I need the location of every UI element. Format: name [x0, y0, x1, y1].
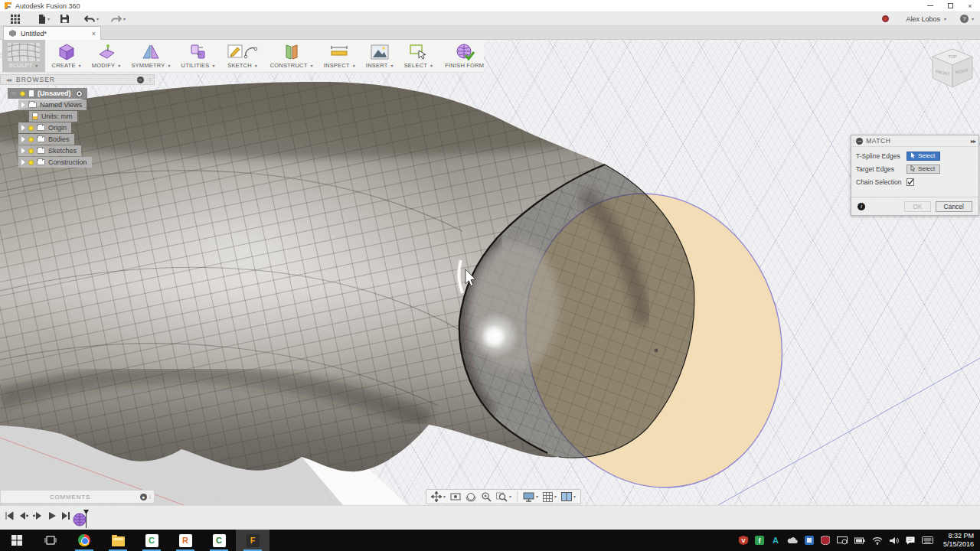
- match-dialog-header[interactable]: ⁞ – MATCH ▸▸: [851, 135, 978, 147]
- tray-autodesk-icon[interactable]: A: [771, 536, 780, 545]
- ok-button[interactable]: OK: [904, 201, 930, 212]
- display-settings-button[interactable]: ▾: [521, 490, 540, 504]
- tray-green-app-icon[interactable]: f: [755, 536, 764, 545]
- browser-item-origin[interactable]: Origin: [18, 122, 71, 133]
- tray-wifi-icon[interactable]: [872, 536, 883, 545]
- ribbon-modify-button[interactable]: MODIFY▾: [87, 40, 126, 72]
- visibility-bulb-icon[interactable]: [28, 137, 34, 142]
- expand-dialog-icon[interactable]: ▸▸: [971, 138, 975, 145]
- tray-blue-app-icon[interactable]: [805, 536, 814, 545]
- visibility-bulb-icon[interactable]: [28, 160, 34, 165]
- comments-bar[interactable]: COMMENTS ● ⁞: [0, 490, 155, 504]
- step-back-button[interactable]: [18, 511, 28, 520]
- expand-arrow-icon[interactable]: [11, 92, 17, 96]
- taskbar-recap-button[interactable]: R: [168, 530, 202, 551]
- 3d-viewport[interactable]: ⁞ SCULPT▾ CREATE▾ MODIFY▾ SYMMETRY▾ UTIL: [0, 40, 980, 505]
- app-launcher-button[interactable]: [11, 15, 20, 24]
- document-tab[interactable]: Untitled* ×: [3, 26, 101, 40]
- undo-arrow-icon: [84, 15, 95, 23]
- visibility-bulb-icon[interactable]: [20, 91, 25, 96]
- ribbon-symmetry-button[interactable]: SYMMETRY▾: [126, 40, 175, 72]
- collapse-panel-icon[interactable]: ◂◂: [6, 77, 11, 83]
- caret-down-icon: ▾: [118, 64, 120, 68]
- go-to-start-button[interactable]: [5, 511, 14, 520]
- tspline-edges-select-button[interactable]: Select: [906, 152, 940, 161]
- save-button[interactable]: [60, 15, 69, 23]
- zoom-window-button[interactable]: ▾: [495, 490, 513, 504]
- help-button[interactable]: ?: [960, 15, 969, 23]
- collapsed-arrow-icon[interactable]: [21, 136, 25, 142]
- browser-item-bodies[interactable]: Bodies: [18, 134, 74, 145]
- chain-selection-checkbox[interactable]: [906, 178, 914, 186]
- active-document-radio-icon[interactable]: [76, 90, 83, 97]
- step-forward-button[interactable]: [33, 511, 43, 520]
- tray-notification-icon[interactable]: [906, 536, 915, 545]
- browser-item-sketches[interactable]: Sketches: [18, 145, 81, 156]
- go-to-end-button[interactable]: [61, 511, 70, 520]
- timeline-form-feature[interactable]: [72, 509, 92, 532]
- tab-close-icon[interactable]: ×: [92, 30, 96, 37]
- tray-volume-icon[interactable]: [890, 536, 899, 545]
- orbit-button[interactable]: [464, 490, 478, 504]
- start-button[interactable]: [0, 530, 34, 551]
- ribbon-construct-button[interactable]: CONSTRUCT▾: [265, 40, 318, 72]
- tray-security-shield-icon[interactable]: [821, 536, 830, 545]
- file-menu-button[interactable]: ▾: [38, 15, 50, 24]
- play-button[interactable]: [47, 511, 57, 520]
- tray-display-icon[interactable]: [837, 536, 848, 545]
- ribbon-sculpt-button[interactable]: SCULPT▾: [2, 40, 45, 72]
- taskbar-camtasia-button[interactable]: C: [135, 530, 168, 551]
- browser-header[interactable]: ◂◂ BROWSER – ⁞: [0, 74, 155, 85]
- collapsed-arrow-icon[interactable]: [21, 125, 25, 131]
- dialog-minus-icon[interactable]: –: [856, 138, 863, 145]
- taskbar-chrome-button[interactable]: [67, 530, 101, 551]
- tray-battery-icon[interactable]: [854, 537, 865, 544]
- collapsed-arrow-icon[interactable]: [21, 102, 25, 108]
- ribbon-inspect-button[interactable]: INSPECT▾: [318, 40, 361, 72]
- ribbon-insert-button[interactable]: INSERT▾: [361, 40, 399, 72]
- tray-cloud-icon[interactable]: [787, 536, 798, 544]
- account-menu[interactable]: Alex Lobos ▾: [906, 15, 946, 23]
- grid-settings-button[interactable]: ▾: [541, 490, 558, 504]
- ribbon-finish-form-button[interactable]: FINISH FORM: [439, 40, 489, 72]
- taskbar-fusion-button[interactable]: F: [236, 530, 270, 551]
- collapsed-arrow-icon[interactable]: [21, 148, 25, 154]
- browser-item-units[interactable]: Units: mm: [29, 111, 77, 122]
- browser-item-construction[interactable]: Construction: [18, 157, 92, 168]
- taskbar-explorer-button[interactable]: [101, 530, 135, 551]
- taskbar-clock[interactable]: 8:32 PM 5/15/2016: [943, 532, 974, 549]
- visibility-bulb-icon[interactable]: [28, 148, 34, 154]
- viewports-button[interactable]: ▾: [560, 490, 577, 504]
- zoom-button[interactable]: [479, 490, 493, 504]
- browser-item-label: Sketches: [48, 147, 77, 155]
- visibility-bulb-icon[interactable]: [28, 126, 34, 131]
- document-tab-bar: Untitled* ×: [0, 26, 980, 40]
- info-icon[interactable]: i: [858, 203, 865, 210]
- target-edges-select-button[interactable]: Select: [906, 165, 940, 174]
- origin-point[interactable]: [655, 349, 658, 353]
- taskbar-app-c-button[interactable]: C: [202, 530, 236, 551]
- ribbon-select-button[interactable]: SELECT▾: [399, 40, 439, 72]
- redo-button[interactable]: ▾: [111, 15, 126, 23]
- panel-minus-icon[interactable]: –: [137, 77, 144, 83]
- minimize-button[interactable]: [920, 0, 940, 12]
- cancel-button[interactable]: Cancel: [936, 201, 972, 212]
- view-cube[interactable]: TOP FRONT RIGHT: [923, 43, 980, 99]
- undo-button[interactable]: ▾: [84, 15, 99, 23]
- tray-red-shield-icon[interactable]: V: [739, 536, 748, 545]
- create-box-icon: [58, 44, 75, 60]
- task-view-button[interactable]: [34, 530, 67, 551]
- browser-item-named-views[interactable]: Named Views: [18, 99, 87, 110]
- maximize-button[interactable]: [940, 0, 960, 12]
- close-button[interactable]: ×: [960, 0, 980, 12]
- collapsed-arrow-icon[interactable]: [21, 159, 25, 165]
- pan-button[interactable]: ▾: [430, 490, 447, 504]
- record-indicator-icon[interactable]: [882, 15, 889, 22]
- ribbon-utilities-button[interactable]: UTILITIES▾: [176, 40, 220, 72]
- look-at-button[interactable]: [449, 490, 462, 504]
- ribbon-create-button[interactable]: CREATE▾: [47, 40, 87, 72]
- comments-badge-icon[interactable]: ●: [140, 494, 147, 500]
- browser-item-unsaved[interactable]: (Unsaved): [8, 88, 87, 99]
- ribbon-sketch-button[interactable]: SKETCH▾: [222, 40, 263, 72]
- tray-keyboard-icon[interactable]: [922, 536, 933, 544]
